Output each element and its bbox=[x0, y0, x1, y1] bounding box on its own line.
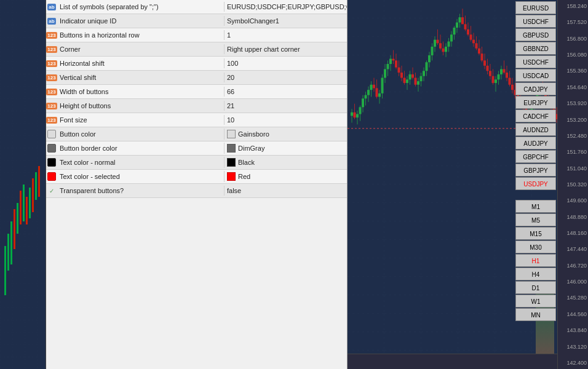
color-swatch-text-color-selected bbox=[227, 172, 236, 181]
prop-value-text-color-selected: Red bbox=[224, 171, 347, 182]
prop-value-text-text-color-normal: Black bbox=[238, 159, 255, 166]
svg-rect-117 bbox=[487, 66, 489, 71]
svg-rect-51 bbox=[395, 60, 397, 67]
prop-name-corner: Corner bbox=[57, 44, 224, 54]
symbol-btn-cadchf[interactable]: CADCHF bbox=[515, 109, 556, 122]
prop-value-text-text-color-selected: Red bbox=[238, 173, 250, 180]
prop-row-transparent-buttons[interactable]: ✓ Transparent buttons? false bbox=[46, 184, 347, 198]
prop-row-width-buttons[interactable]: 123 Width of buttons 66 bbox=[46, 85, 347, 99]
prop-row-text-color-normal[interactable]: Text color - normal Black bbox=[46, 156, 347, 170]
prop-value-text-horizontal-shift: 100 bbox=[227, 60, 238, 67]
symbol-btn-usdjpy[interactable]: USDJPY bbox=[515, 177, 556, 190]
svg-rect-25 bbox=[359, 107, 362, 114]
prop-value-transparent-buttons: false bbox=[224, 186, 347, 196]
svg-rect-45 bbox=[387, 64, 389, 69]
prop-name-text-color-selected: Text color - selected bbox=[57, 172, 224, 181]
prop-row-buttons-horizontal[interactable]: 123 Buttons in a horizontal row 1 bbox=[46, 28, 347, 42]
chart-section: 152.07 158.240157.520156.800156.080155.3… bbox=[348, 0, 588, 369]
tf-btn-m30[interactable]: M30 bbox=[515, 240, 556, 253]
price-label-10: 151.040 bbox=[559, 165, 587, 172]
svg-rect-5 bbox=[14, 209, 15, 249]
prop-icon-num: 123 bbox=[46, 60, 57, 67]
svg-rect-129 bbox=[503, 69, 506, 73]
prop-row-button-border-color[interactable]: Button border color DimGray bbox=[46, 141, 347, 156]
svg-rect-3 bbox=[7, 234, 9, 271]
svg-rect-41 bbox=[381, 77, 384, 93]
svg-rect-105 bbox=[470, 34, 472, 39]
price-label-21: 143.120 bbox=[559, 344, 587, 350]
prop-name-buttons-horizontal: Buttons in a horizontal row bbox=[57, 30, 224, 40]
svg-rect-53 bbox=[398, 68, 400, 73]
prop-value-font-size: 10 bbox=[224, 115, 347, 125]
symbol-btn-gbpchf[interactable]: GBPCHF bbox=[515, 150, 556, 163]
prop-icon-container-height-buttons: 123 bbox=[46, 99, 57, 113]
price-label-19: 144.560 bbox=[559, 311, 587, 317]
svg-rect-11 bbox=[32, 178, 34, 212]
prop-row-height-buttons[interactable]: 123 Height of buttons 21 bbox=[46, 99, 347, 113]
price-label-11: 150.320 bbox=[559, 181, 587, 188]
svg-rect-83 bbox=[439, 43, 442, 48]
svg-rect-49 bbox=[392, 59, 395, 61]
price-label-3: 156.080 bbox=[559, 52, 587, 58]
svg-rect-63 bbox=[411, 74, 414, 78]
prop-value-text-color-normal: Black bbox=[224, 157, 347, 168]
svg-rect-75 bbox=[428, 55, 431, 62]
symbol-btn-gbpjpy[interactable]: GBPJPY bbox=[515, 164, 556, 177]
svg-rect-19 bbox=[351, 113, 353, 116]
svg-rect-6 bbox=[17, 203, 18, 234]
prop-name-button-color: Button color bbox=[57, 129, 224, 139]
symbol-btn-audjpy[interactable]: AUDJPY bbox=[515, 137, 556, 149]
prop-row-button-color[interactable]: Button color Gainsboro bbox=[46, 127, 347, 141]
tf-btn-h1[interactable]: H1 bbox=[515, 254, 556, 267]
symbol-btn-gbpusd[interactable]: GBPUSD bbox=[515, 28, 556, 41]
svg-rect-9 bbox=[26, 197, 28, 224]
time-axis bbox=[348, 354, 557, 369]
svg-rect-133 bbox=[509, 77, 511, 84]
symbol-btn-usdchf[interactable]: USDCHF bbox=[515, 55, 556, 68]
svg-rect-121 bbox=[492, 76, 495, 83]
prop-row-vertical-shift[interactable]: 123 Vertical shift 20 bbox=[46, 71, 347, 85]
prop-icon-container-text-color-normal bbox=[46, 156, 57, 169]
symbol-btn-cadjpy[interactable]: CADJPY bbox=[515, 82, 556, 95]
price-label-2: 156.800 bbox=[559, 36, 587, 42]
price-label-9: 151.760 bbox=[559, 149, 587, 155]
svg-rect-35 bbox=[373, 85, 375, 89]
prop-row-text-color-selected[interactable]: Text color - selected Red bbox=[46, 170, 347, 184]
prop-icon-container-corner: 123 bbox=[46, 42, 57, 56]
tf-btn-d1[interactable]: D1 bbox=[515, 281, 556, 294]
color-swatch-button-border-color bbox=[227, 144, 236, 153]
svg-rect-123 bbox=[495, 79, 497, 83]
tf-btn-m1[interactable]: M1 bbox=[515, 200, 556, 213]
symbol-btn-usdchf[interactable]: USDCHF bbox=[515, 15, 556, 28]
prop-row-list-of-symbols[interactable]: ab List of symbols (separated by ";") EU… bbox=[46, 0, 347, 14]
prop-icon-container-text-color-selected bbox=[46, 170, 57, 183]
tf-btn-w1[interactable]: W1 bbox=[515, 295, 556, 308]
tf-btn-m15[interactable]: M15 bbox=[515, 227, 556, 240]
prop-value-corner: Right upper chart corner bbox=[224, 44, 347, 54]
symbol-btn-eurusd[interactable]: EURUSD bbox=[515, 1, 556, 14]
symbol-btn-eurjpy[interactable]: EURJPY bbox=[515, 96, 556, 109]
tf-btn-h4[interactable]: H4 bbox=[515, 268, 556, 280]
svg-rect-113 bbox=[481, 54, 483, 60]
svg-rect-29 bbox=[365, 95, 367, 99]
prop-icon-container-width-buttons: 123 bbox=[46, 85, 57, 98]
symbol-btn-usdcad[interactable]: USDCAD bbox=[515, 69, 556, 82]
tf-btn-mn[interactable]: MN bbox=[515, 308, 556, 321]
svg-rect-10 bbox=[29, 188, 31, 218]
symbol-btn-audnzd[interactable]: AUDNZD bbox=[515, 123, 556, 136]
svg-rect-99 bbox=[461, 17, 464, 24]
svg-rect-111 bbox=[478, 49, 480, 54]
price-label-7: 153.200 bbox=[559, 117, 587, 123]
svg-rect-2 bbox=[4, 246, 6, 295]
prop-value-text-vertical-shift: 20 bbox=[227, 74, 234, 81]
prop-row-horizontal-shift[interactable]: 123 Horizontal shift 100 bbox=[46, 57, 347, 71]
prop-icon-num: 123 bbox=[46, 32, 57, 39]
prop-row-font-size[interactable]: 123 Font size 10 bbox=[46, 113, 347, 127]
prop-icon-check: ✓ bbox=[49, 188, 54, 194]
prop-row-corner[interactable]: 123 Corner Right upper chart corner bbox=[46, 42, 347, 57]
svg-rect-127 bbox=[500, 69, 503, 74]
prop-name-width-buttons: Width of buttons bbox=[57, 87, 224, 97]
tf-btn-m5[interactable]: M5 bbox=[515, 213, 556, 226]
prop-row-indicator-unique-id[interactable]: ab Indicator unique ID SymbolChanger1 bbox=[46, 14, 347, 28]
symbol-btn-gbbnzd[interactable]: GBBNZD bbox=[515, 42, 556, 55]
